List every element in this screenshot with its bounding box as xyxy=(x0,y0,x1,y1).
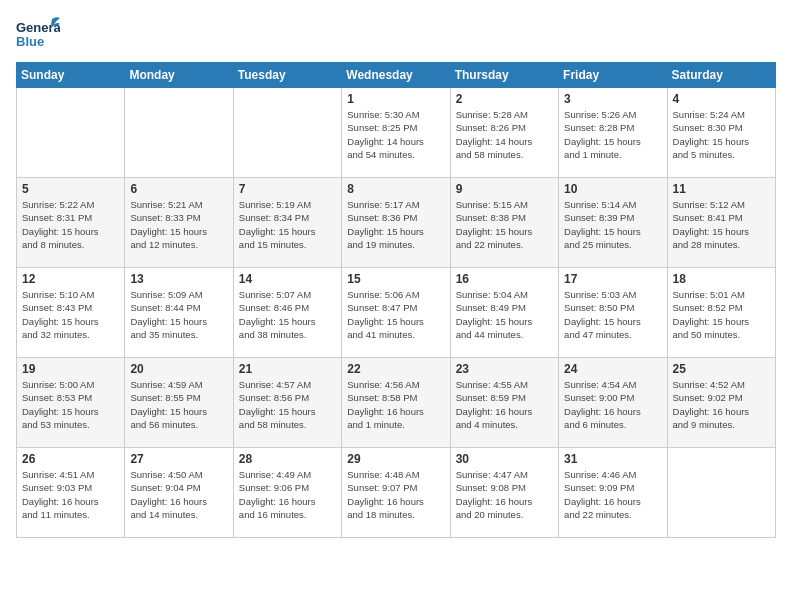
calendar-cell: 5Sunrise: 5:22 AM Sunset: 8:31 PM Daylig… xyxy=(17,178,125,268)
weekday-header: Wednesday xyxy=(342,63,450,88)
day-info: Sunrise: 4:55 AM Sunset: 8:59 PM Dayligh… xyxy=(456,378,553,431)
day-info: Sunrise: 4:48 AM Sunset: 9:07 PM Dayligh… xyxy=(347,468,444,521)
calendar-cell: 29Sunrise: 4:48 AM Sunset: 9:07 PM Dayli… xyxy=(342,448,450,538)
day-info: Sunrise: 4:49 AM Sunset: 9:06 PM Dayligh… xyxy=(239,468,336,521)
day-info: Sunrise: 4:54 AM Sunset: 9:00 PM Dayligh… xyxy=(564,378,661,431)
calendar-cell: 16Sunrise: 5:04 AM Sunset: 8:49 PM Dayli… xyxy=(450,268,558,358)
day-number: 31 xyxy=(564,452,661,466)
day-number: 13 xyxy=(130,272,227,286)
calendar-cell: 11Sunrise: 5:12 AM Sunset: 8:41 PM Dayli… xyxy=(667,178,775,268)
logo: General Blue xyxy=(16,16,60,54)
calendar-cell: 2Sunrise: 5:28 AM Sunset: 8:26 PM Daylig… xyxy=(450,88,558,178)
day-info: Sunrise: 5:15 AM Sunset: 8:38 PM Dayligh… xyxy=(456,198,553,251)
day-number: 18 xyxy=(673,272,770,286)
day-number: 4 xyxy=(673,92,770,106)
day-info: Sunrise: 5:24 AM Sunset: 8:30 PM Dayligh… xyxy=(673,108,770,161)
day-number: 24 xyxy=(564,362,661,376)
day-number: 7 xyxy=(239,182,336,196)
day-number: 6 xyxy=(130,182,227,196)
day-number: 28 xyxy=(239,452,336,466)
calendar-cell: 12Sunrise: 5:10 AM Sunset: 8:43 PM Dayli… xyxy=(17,268,125,358)
day-number: 29 xyxy=(347,452,444,466)
calendar-cell: 1Sunrise: 5:30 AM Sunset: 8:25 PM Daylig… xyxy=(342,88,450,178)
calendar-cell: 25Sunrise: 4:52 AM Sunset: 9:02 PM Dayli… xyxy=(667,358,775,448)
weekday-header: Thursday xyxy=(450,63,558,88)
calendar-cell: 7Sunrise: 5:19 AM Sunset: 8:34 PM Daylig… xyxy=(233,178,341,268)
calendar-cell xyxy=(233,88,341,178)
calendar-cell: 3Sunrise: 5:26 AM Sunset: 8:28 PM Daylig… xyxy=(559,88,667,178)
day-number: 15 xyxy=(347,272,444,286)
calendar-cell xyxy=(17,88,125,178)
calendar-cell: 6Sunrise: 5:21 AM Sunset: 8:33 PM Daylig… xyxy=(125,178,233,268)
day-info: Sunrise: 4:46 AM Sunset: 9:09 PM Dayligh… xyxy=(564,468,661,521)
day-info: Sunrise: 5:00 AM Sunset: 8:53 PM Dayligh… xyxy=(22,378,119,431)
day-info: Sunrise: 4:56 AM Sunset: 8:58 PM Dayligh… xyxy=(347,378,444,431)
day-number: 1 xyxy=(347,92,444,106)
calendar-cell: 17Sunrise: 5:03 AM Sunset: 8:50 PM Dayli… xyxy=(559,268,667,358)
day-number: 26 xyxy=(22,452,119,466)
day-info: Sunrise: 5:01 AM Sunset: 8:52 PM Dayligh… xyxy=(673,288,770,341)
day-info: Sunrise: 4:51 AM Sunset: 9:03 PM Dayligh… xyxy=(22,468,119,521)
day-info: Sunrise: 5:14 AM Sunset: 8:39 PM Dayligh… xyxy=(564,198,661,251)
calendar-cell: 31Sunrise: 4:46 AM Sunset: 9:09 PM Dayli… xyxy=(559,448,667,538)
calendar-header: SundayMondayTuesdayWednesdayThursdayFrid… xyxy=(17,63,776,88)
calendar-cell xyxy=(125,88,233,178)
svg-text:Blue: Blue xyxy=(16,34,44,49)
day-info: Sunrise: 5:22 AM Sunset: 8:31 PM Dayligh… xyxy=(22,198,119,251)
calendar-cell: 27Sunrise: 4:50 AM Sunset: 9:04 PM Dayli… xyxy=(125,448,233,538)
calendar-cell: 9Sunrise: 5:15 AM Sunset: 8:38 PM Daylig… xyxy=(450,178,558,268)
calendar-cell: 4Sunrise: 5:24 AM Sunset: 8:30 PM Daylig… xyxy=(667,88,775,178)
day-number: 5 xyxy=(22,182,119,196)
day-info: Sunrise: 5:12 AM Sunset: 8:41 PM Dayligh… xyxy=(673,198,770,251)
weekday-header: Tuesday xyxy=(233,63,341,88)
day-number: 20 xyxy=(130,362,227,376)
calendar-cell: 20Sunrise: 4:59 AM Sunset: 8:55 PM Dayli… xyxy=(125,358,233,448)
calendar-cell xyxy=(667,448,775,538)
day-number: 16 xyxy=(456,272,553,286)
day-number: 30 xyxy=(456,452,553,466)
day-number: 27 xyxy=(130,452,227,466)
day-info: Sunrise: 5:30 AM Sunset: 8:25 PM Dayligh… xyxy=(347,108,444,161)
day-number: 12 xyxy=(22,272,119,286)
day-number: 11 xyxy=(673,182,770,196)
weekday-header: Saturday xyxy=(667,63,775,88)
day-info: Sunrise: 4:50 AM Sunset: 9:04 PM Dayligh… xyxy=(130,468,227,521)
day-number: 17 xyxy=(564,272,661,286)
calendar-cell: 22Sunrise: 4:56 AM Sunset: 8:58 PM Dayli… xyxy=(342,358,450,448)
day-info: Sunrise: 5:19 AM Sunset: 8:34 PM Dayligh… xyxy=(239,198,336,251)
weekday-header: Monday xyxy=(125,63,233,88)
calendar-cell: 10Sunrise: 5:14 AM Sunset: 8:39 PM Dayli… xyxy=(559,178,667,268)
day-info: Sunrise: 5:26 AM Sunset: 8:28 PM Dayligh… xyxy=(564,108,661,161)
day-info: Sunrise: 5:10 AM Sunset: 8:43 PM Dayligh… xyxy=(22,288,119,341)
calendar-cell: 19Sunrise: 5:00 AM Sunset: 8:53 PM Dayli… xyxy=(17,358,125,448)
day-number: 23 xyxy=(456,362,553,376)
calendar-cell: 13Sunrise: 5:09 AM Sunset: 8:44 PM Dayli… xyxy=(125,268,233,358)
logo-svg: General Blue xyxy=(16,16,60,54)
day-number: 8 xyxy=(347,182,444,196)
day-info: Sunrise: 4:57 AM Sunset: 8:56 PM Dayligh… xyxy=(239,378,336,431)
day-number: 25 xyxy=(673,362,770,376)
calendar-cell: 30Sunrise: 4:47 AM Sunset: 9:08 PM Dayli… xyxy=(450,448,558,538)
calendar-cell: 24Sunrise: 4:54 AM Sunset: 9:00 PM Dayli… xyxy=(559,358,667,448)
calendar-cell: 21Sunrise: 4:57 AM Sunset: 8:56 PM Dayli… xyxy=(233,358,341,448)
day-number: 22 xyxy=(347,362,444,376)
day-info: Sunrise: 4:52 AM Sunset: 9:02 PM Dayligh… xyxy=(673,378,770,431)
day-number: 19 xyxy=(22,362,119,376)
day-info: Sunrise: 5:17 AM Sunset: 8:36 PM Dayligh… xyxy=(347,198,444,251)
day-info: Sunrise: 5:21 AM Sunset: 8:33 PM Dayligh… xyxy=(130,198,227,251)
day-number: 21 xyxy=(239,362,336,376)
calendar-cell: 18Sunrise: 5:01 AM Sunset: 8:52 PM Dayli… xyxy=(667,268,775,358)
day-info: Sunrise: 5:07 AM Sunset: 8:46 PM Dayligh… xyxy=(239,288,336,341)
day-info: Sunrise: 5:09 AM Sunset: 8:44 PM Dayligh… xyxy=(130,288,227,341)
day-info: Sunrise: 4:59 AM Sunset: 8:55 PM Dayligh… xyxy=(130,378,227,431)
calendar-cell: 26Sunrise: 4:51 AM Sunset: 9:03 PM Dayli… xyxy=(17,448,125,538)
day-info: Sunrise: 5:28 AM Sunset: 8:26 PM Dayligh… xyxy=(456,108,553,161)
calendar-cell: 14Sunrise: 5:07 AM Sunset: 8:46 PM Dayli… xyxy=(233,268,341,358)
day-number: 2 xyxy=(456,92,553,106)
calendar-cell: 8Sunrise: 5:17 AM Sunset: 8:36 PM Daylig… xyxy=(342,178,450,268)
day-number: 3 xyxy=(564,92,661,106)
day-number: 10 xyxy=(564,182,661,196)
weekday-header: Friday xyxy=(559,63,667,88)
calendar-cell: 23Sunrise: 4:55 AM Sunset: 8:59 PM Dayli… xyxy=(450,358,558,448)
calendar-table: SundayMondayTuesdayWednesdayThursdayFrid… xyxy=(16,62,776,538)
